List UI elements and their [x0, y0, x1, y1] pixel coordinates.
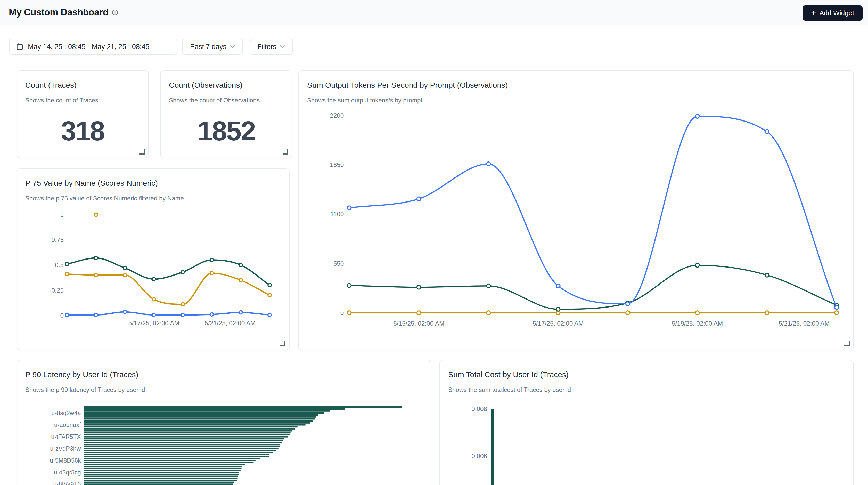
data-point-marker[interactable]: [417, 311, 421, 315]
resize-handle[interactable]: [139, 149, 145, 154]
data-point-marker[interactable]: [94, 273, 98, 277]
bar[interactable]: [84, 474, 239, 475]
time-range-preset-button[interactable]: Past 7 days: [182, 39, 243, 55]
data-point-marker[interactable]: [347, 206, 351, 210]
data-point-marker[interactable]: [556, 307, 560, 311]
bar[interactable]: [84, 478, 238, 479]
data-point-marker[interactable]: [347, 283, 351, 287]
bar[interactable]: [84, 446, 280, 447]
data-point-marker[interactable]: [65, 272, 69, 276]
bar[interactable]: [84, 430, 292, 432]
data-point-marker[interactable]: [765, 129, 769, 133]
bar[interactable]: [84, 416, 316, 418]
data-point-marker[interactable]: [626, 311, 630, 315]
bar[interactable]: [84, 444, 281, 446]
bar[interactable]: [84, 448, 279, 449]
data-point-marker[interactable]: [65, 313, 69, 316]
bar[interactable]: [84, 422, 310, 424]
data-point-marker[interactable]: [239, 279, 242, 282]
bar[interactable]: [84, 450, 276, 451]
data-point-marker[interactable]: [94, 213, 98, 216]
bar[interactable]: [84, 436, 288, 437]
data-point-marker[interactable]: [268, 283, 271, 287]
bar[interactable]: [84, 408, 345, 410]
data-point-marker[interactable]: [239, 263, 242, 267]
resize-handle[interactable]: [844, 341, 850, 346]
data-point-marker[interactable]: [765, 273, 769, 277]
data-point-marker[interactable]: [239, 311, 242, 314]
bar[interactable]: [84, 424, 306, 426]
data-point-marker[interactable]: [695, 311, 699, 315]
resize-handle[interactable]: [283, 149, 288, 154]
data-point-marker[interactable]: [626, 302, 630, 306]
bar[interactable]: [84, 440, 283, 442]
data-point-marker[interactable]: [835, 311, 839, 315]
data-point-marker[interactable]: [268, 294, 271, 297]
resize-handle[interactable]: [280, 341, 285, 346]
data-point-marker[interactable]: [695, 114, 699, 118]
bar[interactable]: [84, 458, 260, 459]
data-point-marker[interactable]: [152, 298, 155, 301]
data-point-marker[interactable]: [210, 271, 214, 275]
bar[interactable]: [84, 452, 273, 453]
bar[interactable]: [84, 412, 324, 414]
bar[interactable]: [84, 426, 298, 428]
data-point-marker[interactable]: [268, 313, 271, 316]
bar[interactable]: [84, 420, 313, 422]
data-point-marker[interactable]: [181, 313, 184, 316]
bar[interactable]: [84, 460, 255, 461]
bar[interactable]: [84, 483, 232, 485]
filters-button[interactable]: Filters: [250, 39, 293, 55]
data-point-marker[interactable]: [181, 303, 184, 306]
data-point-marker[interactable]: [695, 263, 699, 267]
bar[interactable]: [491, 409, 494, 485]
bar[interactable]: [84, 442, 282, 444]
bar[interactable]: [84, 480, 237, 481]
bar[interactable]: [84, 482, 234, 483]
data-point-marker[interactable]: [417, 285, 421, 289]
bar[interactable]: [84, 466, 242, 467]
data-point-marker[interactable]: [487, 311, 491, 315]
bar[interactable]: [84, 414, 318, 416]
info-icon[interactable]: [112, 9, 118, 16]
data-point-marker[interactable]: [65, 262, 69, 266]
data-point-marker[interactable]: [123, 310, 127, 314]
data-point-marker[interactable]: [417, 197, 421, 201]
data-point-marker[interactable]: [181, 270, 184, 274]
data-point-marker[interactable]: [152, 278, 155, 281]
bar[interactable]: [84, 428, 295, 429]
data-point-marker[interactable]: [152, 313, 155, 316]
data-point-marker[interactable]: [347, 311, 351, 315]
line-chart-p75[interactable]: 00.250.50.7515/17/25, 02:00 AM5/21/25, 0…: [17, 169, 289, 350]
data-point-marker[interactable]: [765, 311, 769, 315]
bar[interactable]: [84, 456, 269, 457]
data-point-marker[interactable]: [556, 284, 560, 288]
data-point-marker[interactable]: [487, 284, 491, 288]
bar[interactable]: [84, 438, 284, 439]
bar[interactable]: [84, 462, 254, 463]
bar[interactable]: [84, 472, 239, 473]
add-widget-button[interactable]: + Add Widget: [803, 5, 863, 21]
bar-chart-p90[interactable]: u-8sq2w4au-aobnuxfu-tFAR5TXu-zVqP3hwu-5M…: [17, 360, 431, 485]
bar[interactable]: [84, 454, 270, 455]
bar[interactable]: [84, 464, 245, 465]
data-point-marker[interactable]: [123, 267, 127, 270]
data-point-marker[interactable]: [835, 305, 839, 309]
data-point-marker[interactable]: [94, 256, 98, 260]
bar[interactable]: [84, 434, 289, 435]
bar[interactable]: [84, 432, 290, 434]
date-range-button[interactable]: May 14, 25 : 08:45 - May 21, 25 : 08:45: [9, 39, 178, 55]
bar[interactable]: [84, 476, 238, 477]
data-point-marker[interactable]: [487, 162, 491, 166]
bar[interactable]: [84, 468, 242, 469]
data-point-marker[interactable]: [123, 273, 127, 277]
data-point-marker[interactable]: [210, 313, 214, 316]
bar[interactable]: [84, 470, 241, 471]
data-point-marker[interactable]: [94, 313, 98, 316]
bar[interactable]: [84, 406, 402, 408]
line-chart-tokens[interactable]: 05501100165022005/15/25, 02:00 AM5/17/25…: [299, 71, 853, 350]
bar[interactable]: [84, 418, 315, 420]
data-point-marker[interactable]: [210, 258, 214, 262]
bar[interactable]: [84, 410, 330, 412]
bar-chart-cost[interactable]: 0.0080.006: [440, 360, 853, 485]
